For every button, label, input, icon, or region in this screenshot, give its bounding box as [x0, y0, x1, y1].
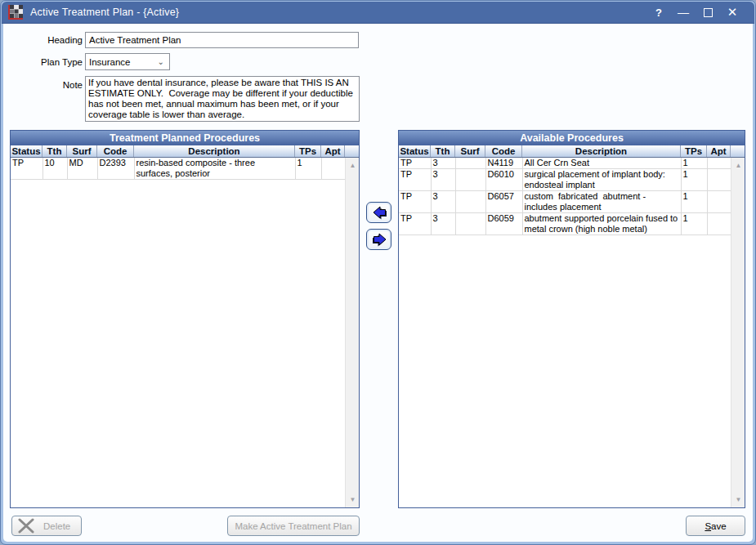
available-procedures-grid-body: TP3N4119All Cer Crn Seat1TP3D6010surgica…	[399, 158, 745, 507]
close-button[interactable]: ✕	[720, 3, 745, 21]
table-row[interactable]: TP3D6057custom fabricated abutment - inc…	[399, 191, 731, 213]
cell-description: abutment supported porcelain fused to me…	[522, 213, 681, 235]
move-to-available-button[interactable]	[366, 229, 391, 250]
cell-tps: 1	[681, 169, 707, 191]
column-header-filler	[345, 145, 359, 157]
scroll-down-icon[interactable]: ▼	[346, 493, 359, 507]
treatment-planned-grid: Treatment Planned Procedures Status Tth …	[10, 130, 360, 508]
cell-status: TP	[399, 158, 431, 169]
table-row[interactable]: TP3D6059abutment supported porcelain fus…	[399, 213, 731, 235]
cell-apt	[321, 158, 345, 180]
cell-surf	[455, 191, 485, 213]
cell-code: D6059	[485, 213, 522, 235]
column-header-status: Status	[11, 145, 42, 157]
cell-surf	[455, 158, 485, 169]
cell-tps: 1	[681, 158, 707, 169]
cell-description: custom fabricated abutment - includes pl…	[522, 191, 681, 213]
cell-description: All Cer Crn Seat	[522, 158, 681, 169]
column-header-surf: Surf	[67, 145, 97, 157]
save-button[interactable]: Save	[686, 516, 745, 536]
cell-description: resin-based composite - three surfaces, …	[134, 158, 295, 180]
cell-status: TP	[11, 158, 42, 180]
cell-apt	[707, 191, 731, 213]
column-header-apt: Apt	[707, 145, 731, 157]
cell-code: D6057	[485, 191, 522, 213]
scroll-down-icon[interactable]: ▼	[731, 493, 745, 507]
cell-surf: MD	[67, 158, 97, 180]
available-procedures-grid: Available Procedures Status Tth Surf Cod…	[398, 130, 745, 508]
table-row[interactable]: TP3D6010surgical placement of implant bo…	[399, 169, 731, 191]
note-label: Note	[3, 80, 83, 90]
plan-type-select[interactable]: Insurance ⌄	[85, 53, 170, 70]
cell-tps: 1	[681, 213, 707, 235]
cell-tps: 1	[295, 158, 321, 180]
cell-apt	[707, 213, 731, 235]
arrow-left-icon	[371, 205, 387, 220]
delete-button[interactable]: Delete	[11, 516, 82, 536]
cell-tth: 3	[431, 169, 455, 191]
column-header-apt: Apt	[321, 145, 345, 157]
delete-button-label: Delete	[43, 521, 70, 531]
cell-status: TP	[399, 191, 431, 213]
available-procedures-grid-header: Status Tth Surf Code Description TPs Apt	[399, 145, 745, 158]
cell-description: surgical placement of implant body: endo…	[522, 169, 681, 191]
cell-tth: 3	[431, 191, 455, 213]
app-icon	[8, 5, 23, 20]
help-button[interactable]: ?	[646, 3, 671, 21]
cell-tps: 1	[681, 191, 707, 213]
scroll-up-icon[interactable]: ▲	[731, 159, 745, 172]
window-frame: Active Treatment Plan - {Active} ? — ✕ H…	[0, 0, 756, 545]
heading-label: Heading	[3, 35, 83, 45]
treatment-planned-grid-body: TP10MDD2393resin-based composite - three…	[11, 158, 359, 507]
cell-status: TP	[399, 169, 431, 191]
cell-apt	[707, 169, 731, 191]
plan-type-value: Insurance	[89, 57, 131, 67]
make-active-button-label: Make Active Treatment Plan	[235, 521, 351, 531]
available-procedures-grid-title: Available Procedures	[399, 131, 745, 145]
window-title: Active Treatment Plan - {Active}	[30, 7, 179, 18]
cell-tth: 10	[42, 158, 67, 180]
cell-tth: 3	[431, 158, 455, 169]
arrow-right-icon	[371, 232, 387, 247]
treatment-planned-grid-title: Treatment Planned Procedures	[11, 131, 359, 145]
cell-code: D6010	[485, 169, 522, 191]
left-scrollbar[interactable]: ▲ ▼	[345, 158, 359, 507]
column-header-description: Description	[134, 145, 295, 157]
column-header-description: Description	[522, 145, 681, 157]
heading-input[interactable]	[85, 32, 359, 48]
cell-code: D2393	[97, 158, 134, 180]
delete-x-icon	[17, 518, 35, 534]
cell-tth: 3	[431, 213, 455, 235]
column-header-status: Status	[399, 145, 431, 157]
cell-surf	[455, 213, 485, 235]
move-to-planned-button[interactable]	[366, 202, 391, 223]
column-header-filler	[731, 145, 745, 157]
column-header-code: Code	[97, 145, 134, 157]
scroll-up-icon[interactable]: ▲	[346, 159, 359, 172]
treatment-planned-grid-header: Status Tth Surf Code Description TPs Apt	[11, 145, 359, 158]
cell-code: N4119	[485, 158, 522, 169]
maximize-button[interactable]	[696, 3, 720, 21]
save-button-label: Save	[705, 521, 726, 531]
column-header-tps: TPs	[681, 145, 707, 157]
minimize-button[interactable]: —	[671, 3, 696, 21]
treatment-planned-rows: TP10MDD2393resin-based composite - three…	[11, 158, 345, 180]
table-row[interactable]: TP10MDD2393resin-based composite - three…	[11, 158, 345, 180]
column-header-tps: TPs	[295, 145, 321, 157]
column-header-tth: Tth	[431, 145, 455, 157]
dialog-content: Heading Plan Type Insurance ⌄ Note If yo…	[3, 24, 753, 542]
cell-status: TP	[399, 213, 431, 235]
cell-surf	[455, 169, 485, 191]
maximize-icon	[704, 8, 713, 17]
note-textarea[interactable]: If you have dental insurance, please be …	[85, 76, 360, 122]
available-procedures-rows: TP3N4119All Cer Crn Seat1TP3D6010surgica…	[399, 158, 731, 235]
column-header-tth: Tth	[42, 145, 67, 157]
make-active-treatment-plan-button[interactable]: Make Active Treatment Plan	[227, 516, 360, 536]
table-row[interactable]: TP3N4119All Cer Crn Seat1	[399, 158, 731, 169]
column-header-surf: Surf	[455, 145, 485, 157]
plan-type-label: Plan Type	[3, 57, 83, 67]
title-bar: Active Treatment Plan - {Active} ? — ✕	[2, 2, 754, 24]
right-scrollbar[interactable]: ▲ ▼	[731, 158, 745, 507]
column-header-code: Code	[485, 145, 522, 157]
chevron-down-icon: ⌄	[158, 57, 164, 66]
